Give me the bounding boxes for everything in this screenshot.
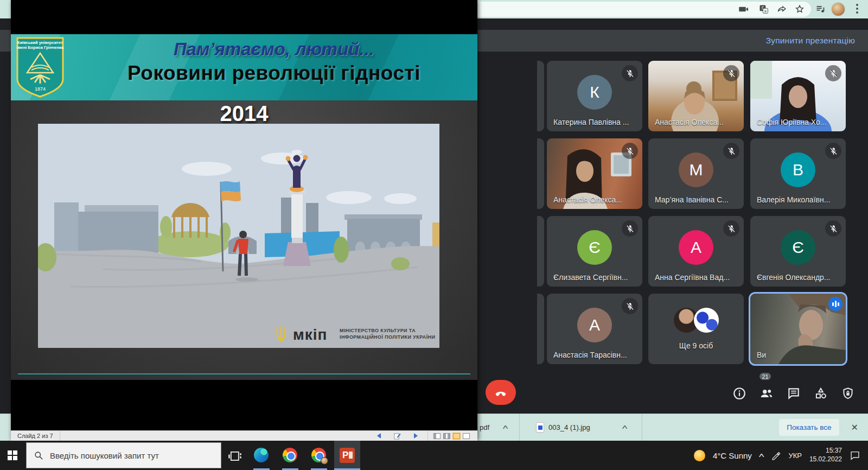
participant-name: Катерина Павлівна ...: [553, 118, 629, 126]
next-slide-icon[interactable]: [414, 433, 418, 439]
slide-banner: Київський університет імені Бориса Грінч…: [11, 34, 477, 100]
activities-icon[interactable]: [814, 386, 828, 401]
participant-name: Валерія Миколаївн...: [757, 195, 830, 204]
date: 15.02.2022: [809, 455, 842, 464]
participant-tile[interactable]: Є Єлизавета Сергіївн...: [547, 216, 642, 287]
view-slide-sorter-icon[interactable]: [443, 433, 450, 439]
mic-muted-icon: [825, 220, 841, 237]
time: 15:37: [809, 447, 842, 455]
university-logo: Київський університет імені Бориса Грінч…: [15, 37, 65, 98]
slide-counter: Слайд 2 из 7: [11, 433, 60, 439]
download-filename: pdf: [480, 423, 489, 431]
svg-text:1874: 1874: [35, 86, 46, 92]
edge-icon[interactable]: [254, 448, 269, 463]
menu-dots-icon[interactable]: [856, 4, 858, 15]
powerpoint-status-bar: Слайд 2 из 7: [11, 430, 477, 441]
mic-muted-icon: [622, 298, 638, 314]
self-label: Ви: [757, 351, 766, 359]
svg-text:МІНІСТЕРСТВО КУЛЬТУРИ ТА: МІНІСТЕРСТВО КУЛЬТУРИ ТА: [340, 328, 416, 333]
tile-sliver: [537, 138, 544, 209]
taskbar-search[interactable]: Введіть пошуковий запит тут: [26, 442, 221, 468]
weather-sun-icon[interactable]: [694, 450, 705, 461]
star-icon[interactable]: [794, 4, 805, 15]
participant-tile[interactable]: К Катерина Павлівна ...: [547, 61, 642, 131]
powerpoint-icon[interactable]: P: [340, 448, 355, 463]
translate-icon[interactable]: Гя: [758, 4, 769, 15]
stop-presenting-button[interactable]: Зупинити презентацію: [766, 36, 855, 46]
chrome-icon[interactable]: [283, 448, 298, 463]
mic-muted-icon: [825, 143, 841, 159]
chat-icon[interactable]: [787, 386, 801, 401]
media-playlist-icon[interactable]: [815, 4, 826, 15]
participant-tile[interactable]: Анастасія Олекса...: [547, 138, 642, 209]
view-normal-icon[interactable]: [433, 433, 441, 439]
pen-icon[interactable]: [771, 450, 781, 460]
participant-tile[interactable]: Анастасія Олекса...: [648, 61, 744, 131]
end-call-button[interactable]: [486, 380, 516, 405]
tile-sliver: [537, 216, 544, 287]
image-file-icon: [536, 422, 544, 433]
tile-sliver: [537, 61, 544, 131]
windows-logo-icon: [8, 450, 17, 460]
tray-chevron-icon[interactable]: ˄: [758, 452, 764, 460]
video-camera-icon[interactable]: [738, 4, 749, 15]
system-tray: 4°C Sunny ˄ УКР 15:37 15.02.2022: [694, 441, 868, 470]
svg-text:я: я: [764, 9, 767, 13]
svg-text:Київський університет: Київський університет: [17, 40, 63, 45]
participant-tile[interactable]: А Анастасія Тарасівн...: [547, 294, 642, 364]
share-icon[interactable]: [777, 4, 788, 15]
language-indicator[interactable]: УКР: [788, 452, 802, 460]
task-view-icon[interactable]: [228, 449, 243, 464]
close-downloads-icon[interactable]: ✕: [851, 422, 858, 433]
participant-tile[interactable]: А Анна Сергіївна Вад...: [648, 216, 744, 287]
participant-tile[interactable]: М Мар’яна Іванівна С...: [648, 138, 744, 209]
chrome-profile-icon[interactable]: [311, 448, 327, 463]
clock[interactable]: 15:37 15.02.2022: [809, 447, 842, 463]
host-controls-icon[interactable]: [841, 386, 855, 401]
avatar: В: [781, 153, 815, 187]
participant-name: Анастасія Тарасівн...: [553, 351, 627, 359]
annotation-pen-icon[interactable]: [394, 433, 401, 440]
chevron-up-icon[interactable]: ˄: [502, 424, 508, 431]
previous-slide-icon[interactable]: [377, 433, 381, 439]
participant-name: Анастасія Олекса...: [655, 118, 724, 126]
participant-name: Софія Юріївна Хо...: [757, 118, 826, 126]
view-slideshow-icon[interactable]: [463, 433, 470, 439]
slide-illustration: мкіп МІНІСТЕРСТВО КУЛЬТУРИ ТА ІНФОРМАЦІЙ…: [38, 124, 439, 348]
overflow-tile[interactable]: Ще 9 осіб: [648, 294, 744, 364]
profile-avatar[interactable]: [831, 2, 845, 16]
audio-activity-badge: [828, 297, 843, 311]
notification-icon[interactable]: [850, 450, 860, 461]
screen: { "browser": { "stop_presenting_label": …: [0, 0, 868, 470]
info-icon[interactable]: [732, 386, 746, 401]
powerpoint-slideshow-window: Київський університет імені Бориса Грінч…: [11, 0, 477, 441]
participant-tile[interactable]: В Валерія Миколаївн...: [750, 138, 846, 209]
svg-text:ІНФОРМАЦІЙНОЇ ПОЛІТИКИ УКРАЇНИ: ІНФОРМАЦІЙНОЇ ПОЛІТИКИ УКРАЇНИ: [340, 334, 435, 340]
download-filename: 003_4 (1).jpg: [548, 423, 590, 431]
participant-tile[interactable]: Софія Юріївна Хо...: [750, 61, 846, 131]
chevron-up-icon[interactable]: ˄: [622, 424, 628, 431]
avatar: К: [577, 75, 612, 110]
mic-muted-icon: [723, 220, 739, 237]
mic-muted-icon: [622, 143, 638, 159]
search-icon: [34, 451, 43, 460]
slide-title-line2: Роковини революції гідності: [71, 62, 477, 85]
mic-muted-icon: [622, 65, 638, 81]
participant-name: Єлизавета Сергіївн...: [553, 273, 628, 282]
participant-name: Анна Сергіївна Вад...: [655, 273, 730, 282]
self-tile[interactable]: Ви: [749, 292, 847, 366]
divider: [642, 414, 642, 441]
people-icon[interactable]: [760, 386, 774, 401]
mic-muted-icon: [723, 143, 739, 159]
participant-name: Євгенія Олександр...: [757, 273, 831, 282]
download-item-jpg[interactable]: 003_4 (1).jpg ˄: [520, 414, 627, 441]
tile-sliver: [537, 294, 544, 364]
start-button[interactable]: [0, 441, 25, 470]
overflow-avatar: [694, 308, 719, 333]
view-reading-icon[interactable]: [453, 433, 460, 439]
weather-text[interactable]: 4°C Sunny: [713, 451, 752, 460]
participant-name: Мар’яна Іванівна С...: [655, 195, 729, 204]
show-all-downloads-button[interactable]: Показать все: [779, 419, 839, 436]
participant-tile[interactable]: Є Євгенія Олександр...: [750, 216, 846, 287]
svg-text:імені Бориса Грінченка: імені Бориса Грінченка: [17, 45, 64, 50]
